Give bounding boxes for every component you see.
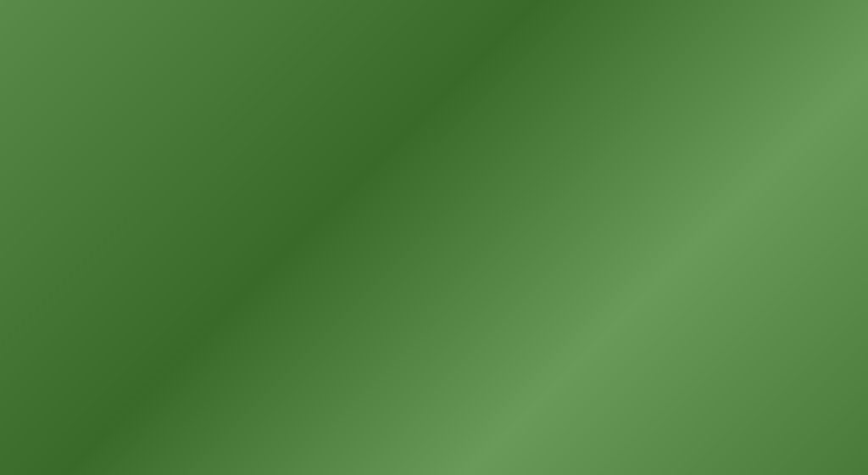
page-container: ✈ Flights 🏨 Hotels 🚗 Cars 🎫 Things to Do…	[0, 0, 868, 475]
background	[0, 0, 868, 475]
